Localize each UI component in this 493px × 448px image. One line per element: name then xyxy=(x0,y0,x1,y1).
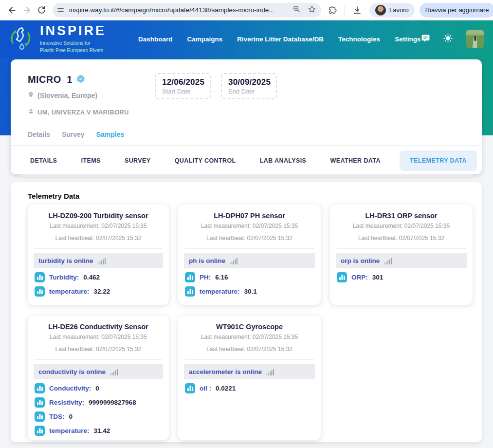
chart-bars-icon xyxy=(35,411,45,422)
chart-bars-icon xyxy=(35,272,45,282)
subtab-details[interactable]: DETAILS xyxy=(25,151,62,170)
downloads-icon[interactable] xyxy=(350,3,365,18)
chart-bars-icon xyxy=(35,286,45,297)
nav-item-dashboard[interactable]: Dashboard xyxy=(138,36,173,43)
chart-bars-icon xyxy=(185,272,195,282)
sensor-last-measurement: Last measurement: 02/07/2025 15:35 xyxy=(184,223,315,229)
metric-label: Resistivity: xyxy=(49,399,84,406)
sensor-divider xyxy=(185,359,314,360)
campaign-title: MICRO_1 xyxy=(28,74,73,85)
metric-label: TDS: xyxy=(49,413,65,420)
metric-value: 6.16 xyxy=(215,274,228,281)
sensor-title: WT901C Gyroscope xyxy=(184,323,315,331)
metric-value: 0.462 xyxy=(83,274,100,281)
signal-bars-icon xyxy=(266,369,274,375)
subtab-items[interactable]: ITEMS xyxy=(76,151,106,170)
sensor-title: LH-DZ09-200 Turbidity sensor xyxy=(34,212,163,220)
profile-avatar xyxy=(375,5,386,16)
theme-sun-icon[interactable] xyxy=(443,33,453,45)
metric-label: ORP: xyxy=(351,274,368,281)
sensor-status-bar: turbidity is online xyxy=(34,253,163,268)
sensor-status-text: ph is online xyxy=(189,257,225,264)
chart-bars-icon xyxy=(35,383,45,393)
metric-row: PH: 6.16 xyxy=(185,272,315,282)
profile-label: Lavoro xyxy=(389,6,409,14)
zoom-out-icon[interactable] xyxy=(292,5,301,15)
metric-label: temperature: xyxy=(200,288,240,295)
user-avatar[interactable] xyxy=(466,30,484,48)
site-settings-icon[interactable] xyxy=(55,4,66,16)
subtab-survey[interactable]: SURVEY xyxy=(120,151,156,170)
chart-bars-icon xyxy=(35,397,45,408)
metric-value: 0.0221 xyxy=(216,385,236,392)
sensor-status-bar: conductivity is online xyxy=(34,364,163,379)
start-date-value: 12/06/2025 xyxy=(162,77,210,87)
logo[interactable]: INSPIRE Innovative Solutions for Plastic… xyxy=(0,24,123,54)
metric-label: Turbidity: xyxy=(49,274,79,281)
forward-icon[interactable] xyxy=(19,3,34,18)
url-text[interactable]: inspire.way.to.it/#/campaign/micro/updat… xyxy=(69,6,289,14)
start-date-box[interactable]: 12/06/2025 Start Date xyxy=(155,73,211,99)
sensor-last-heartbeat: Last heartbeat: 02/07/2025 15:32 xyxy=(184,346,315,353)
app-header: INSPIRE Innovative Solutions for Plastic… xyxy=(0,20,493,57)
campaign-tabs: Details Survey Samples xyxy=(28,131,124,138)
update-browser-button[interactable]: Riavvia per aggiornare xyxy=(420,3,493,18)
update-browser-label: Riavvia per aggiornare xyxy=(425,6,489,14)
url-bar[interactable]: inspire.way.to.it/#/campaign/micro/updat… xyxy=(53,3,321,18)
nav-item-technologies[interactable]: Technologies xyxy=(338,36,380,43)
sensor-divider xyxy=(35,359,162,360)
metric-value: 30.1 xyxy=(244,288,257,295)
metric-value: 31.42 xyxy=(94,427,110,434)
sensor-last-measurement: Last measurement: 02/07/2025 15:35 xyxy=(34,334,163,340)
sensor-card-orp: LH-DR31 ORP sensor Last measurement: 02/… xyxy=(330,205,473,305)
main-nav: Dashboard Campaigns Riverine Litter Data… xyxy=(138,36,420,43)
bookmark-star-icon[interactable] xyxy=(308,5,316,16)
screen: inspire.way.to.it/#/campaign/micro/updat… xyxy=(0,0,493,448)
subtab-telemetry-data[interactable]: TELEMETRY DATA xyxy=(400,150,477,171)
chart-bars-icon xyxy=(185,286,195,297)
extensions-icon[interactable] xyxy=(325,3,340,18)
end-date-box[interactable]: 30/09/2025 End Date xyxy=(221,73,277,99)
tab-samples[interactable]: Samples xyxy=(96,131,125,138)
tab-survey[interactable]: Survey xyxy=(62,131,85,138)
browser-profile-chip[interactable]: Lavoro xyxy=(369,3,415,18)
chat-icon[interactable] xyxy=(421,34,430,45)
metric-row: TDS: 0 xyxy=(35,411,163,422)
back-icon[interactable] xyxy=(5,3,19,18)
sensor-status-bar: accelerometer is online xyxy=(184,364,315,379)
subtab-weather-data[interactable]: WEATHER DATA xyxy=(325,151,385,170)
metric-row: Conductivity: 0 xyxy=(35,383,163,393)
campaign-panel: MICRO_1 (Slovenia, Europe) UM, UNIVERZA … xyxy=(11,59,482,174)
sensor-last-heartbeat: Last heartbeat: 02/07/2025 15:32 xyxy=(34,346,163,353)
nav-item-settings[interactable]: Settings xyxy=(395,36,420,43)
subtabs-scrollbar[interactable] xyxy=(20,174,473,179)
inspire-logo-icon xyxy=(7,24,34,54)
signal-bars-icon xyxy=(384,258,392,264)
sensor-divider xyxy=(337,248,466,249)
metric-value: 32.22 xyxy=(94,288,110,295)
sensor-last-heartbeat: Last heartbeat: 02/07/2025 15:32 xyxy=(184,235,315,242)
metric-row: oil : 0.0221 xyxy=(185,383,315,393)
metric-row: temperature: 30.1 xyxy=(185,286,315,297)
metric-row: temperature: 32.22 xyxy=(35,286,163,297)
metric-label: temperature: xyxy=(49,427,90,434)
tabs-divider xyxy=(11,145,482,146)
metric-label: Conductivity: xyxy=(49,385,91,392)
metric-row: ORP: 301 xyxy=(337,272,467,282)
logo-tagline-line2: Plastic Free European Rivers xyxy=(40,47,106,54)
signal-bars-icon xyxy=(98,258,106,264)
signal-bars-icon xyxy=(230,258,238,264)
nav-item-riverine-litter-db[interactable]: Riverine Litter Database/DB xyxy=(237,36,324,43)
end-date-value: 30/09/2025 xyxy=(228,77,276,87)
tab-details[interactable]: Details xyxy=(28,131,50,138)
subtab-quality-control[interactable]: QUALITY CONTROL xyxy=(170,151,241,170)
nav-item-campaigns[interactable]: Campaigns xyxy=(187,36,223,43)
sensor-status-bar: orp is online xyxy=(336,253,467,268)
metric-label: temperature: xyxy=(49,288,90,295)
reload-icon[interactable] xyxy=(34,3,49,18)
chart-bars-icon xyxy=(35,426,45,436)
subtab-lab-analysis[interactable]: LAB ANALYSIS xyxy=(255,151,311,170)
chart-bars-icon xyxy=(185,383,195,393)
sensor-last-measurement: Last measurement: 02/07/2025 15:35 xyxy=(336,223,467,229)
sensor-title: LH-DPH07 PH sensor xyxy=(184,212,315,220)
